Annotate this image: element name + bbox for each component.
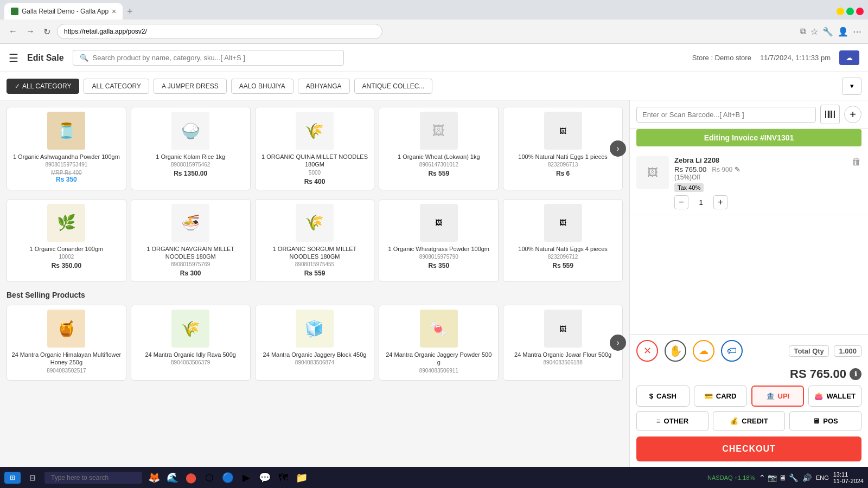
product-card[interactable]: 🖼 1 Organic Wheat (Lokwan) 1kg 890614730…	[379, 107, 499, 190]
upi-btn[interactable]: 🏦 UPI	[751, 386, 805, 407]
products-grid-row2: 🌿 1 Organic Coriander 100gm 10002 Rs 350…	[7, 199, 623, 282]
new-tab-btn[interactable]: +	[123, 4, 137, 20]
barcode-scan-icon[interactable]	[820, 105, 840, 124]
product-card[interactable]: 🌾 24 Mantra Organic Idly Rava 500g 89040…	[131, 305, 251, 381]
wallet-btn[interactable]: 👛 WALLET	[808, 386, 861, 407]
product-price: Rs 1350.00	[136, 170, 246, 177]
cat-all-checked[interactable]: ✓ ALL CATEGORY	[7, 79, 79, 94]
tab-title: Galla Retail Demo - Galla App	[22, 8, 108, 15]
cloud-action-btn[interactable]: ☁	[693, 340, 714, 362]
best-selling-scroll-btn[interactable]: ›	[610, 335, 626, 351]
barcode-input[interactable]	[636, 107, 816, 123]
wallet-icon: 👛	[814, 392, 823, 400]
product-name: 1 Organic Coriander 100gm	[11, 245, 122, 253]
search-input[interactable]	[93, 54, 337, 62]
cat-antique[interactable]: ANTIQUE COLLEC...	[354, 79, 433, 94]
product-card[interactable]: 🍜 1 ORGANIC NAVGRAIN MILLET NOODLES 180G…	[131, 199, 251, 282]
edit-price-icon[interactable]: ✎	[735, 165, 741, 174]
product-sku: 8904083502517	[11, 368, 122, 374]
chrome-btn[interactable]: ⬡	[202, 470, 217, 485]
add-item-btn[interactable]: +	[844, 106, 861, 123]
facebook-btn[interactable]: 🔵	[220, 470, 235, 485]
minimize-btn[interactable]	[837, 8, 844, 15]
product-card[interactable]: 🖼 100% Natural Natti Eggs 4 pieces 82320…	[503, 199, 623, 282]
back-btn[interactable]: ←	[7, 24, 20, 38]
product-card[interactable]: 🫙 1 Organic Ashwagandha Powder 100gm 890…	[7, 107, 126, 190]
placeholder-icon: 🖼	[559, 127, 566, 135]
products-section: 🫙 1 Organic Ashwagandha Powder 100gm 890…	[0, 100, 629, 467]
other-btn[interactable]: ≡ OTHER	[636, 411, 709, 431]
menu-icon[interactable]: ☰	[9, 52, 18, 65]
datetime-display: 11/7/2024, 1:11:33 pm	[760, 54, 831, 62]
split-screen-btn[interactable]: ⧉	[800, 27, 806, 36]
address-bar[interactable]	[57, 24, 382, 39]
system-tray-icons: ⌃ 📷 🖥 🔧	[759, 473, 798, 482]
cancel-action-btn[interactable]: ✕	[636, 340, 658, 362]
product-card[interactable]: 🖼 100% Natural Natti Eggs 1 pieces 82320…	[503, 107, 623, 190]
payment-buttons-row1: $ CASH 💳 CARD 🏦 UPI 👛 WALLET	[636, 386, 861, 407]
scroll-right-btn[interactable]: ›	[610, 140, 626, 157]
tag-action-btn[interactable]: 🏷	[721, 340, 743, 362]
edge-btn[interactable]: 🌊	[165, 470, 180, 485]
product-card[interactable]: 🧊 24 Mantra Organic Jaggery Block 450g 8…	[255, 305, 375, 381]
product-card[interactable]: 🖼 1 Organic Wheatgrass Powder 100gm 8908…	[379, 199, 499, 282]
close-btn[interactable]	[856, 8, 864, 15]
tab-close-btn[interactable]: ×	[112, 7, 116, 16]
circle-btn[interactable]: ⬤	[183, 470, 199, 485]
cart-spacer	[630, 215, 868, 334]
youtube-btn[interactable]: ▶	[239, 470, 254, 485]
task-view-btn[interactable]: ⊟	[25, 470, 40, 485]
product-card[interactable]: 🍚 1 Organic Kolam Rice 1kg 8908015975462…	[131, 107, 251, 190]
cash-btn[interactable]: $ CASH	[636, 386, 690, 407]
browser-toolbar: ← → ↻ ⧉ ☆ 🔧 👤 ⋯	[0, 20, 868, 43]
product-card[interactable]: 🍯 24 Mantra Organic Himalayan Multiflowe…	[7, 305, 126, 381]
product-name: 100% Natural Natti Eggs 4 pieces	[508, 245, 618, 253]
product-name: 1 Organic Wheatgrass Powder 100gm	[384, 245, 494, 253]
product-sku: 8904083506911	[384, 368, 494, 374]
hold-action-btn[interactable]: ✋	[665, 340, 686, 362]
cat-all-btn[interactable]: ALL CATEGORY	[84, 79, 149, 94]
skype-btn[interactable]: 💬	[257, 470, 272, 485]
credit-btn[interactable]: 💰 CREDIT	[713, 411, 785, 431]
search-bar: 🔍	[73, 50, 344, 66]
start-btn[interactable]: ⊞	[4, 472, 21, 484]
product-card[interactable]: 🌾 1 ORGANIC QUINA MILLET NOODLES 180GM 5…	[255, 107, 375, 190]
extensions-btn[interactable]: 🔧	[822, 27, 833, 37]
card-btn[interactable]: 💳 CARD	[694, 386, 747, 407]
profile-btn[interactable]: 👤	[838, 27, 848, 37]
category-bar: ✓ ALL CATEGORY ALL CATEGORY A JUMPER DRE…	[0, 72, 868, 100]
volume-icon[interactable]: 🔊	[802, 473, 812, 482]
qty-decrease-btn[interactable]: −	[674, 195, 688, 209]
forward-btn[interactable]: →	[24, 24, 37, 38]
favorites-btn[interactable]: ☆	[810, 27, 818, 37]
qty-increase-btn[interactable]: +	[713, 195, 727, 209]
svg-rect-3	[829, 111, 830, 118]
upload-btn[interactable]: ☁	[839, 50, 859, 65]
files-btn[interactable]: 📁	[294, 470, 309, 485]
product-card[interactable]: 🌿 1 Organic Coriander 100gm 10002 Rs 350…	[7, 199, 126, 282]
product-card[interactable]: 🍬 24 Mantra Organic Jaggery Powder 500 g…	[379, 305, 499, 381]
reload-btn[interactable]: ↻	[41, 24, 53, 39]
maps-btn[interactable]: 🗺	[276, 470, 291, 485]
product-price: Rs 300	[136, 269, 246, 277]
browser-chrome: Galla Retail Demo - Galla App × + ← → ↻ …	[0, 0, 868, 44]
more-btn[interactable]: ⋯	[853, 27, 861, 37]
stock-ticker: NASDAQ +1.18%	[707, 474, 755, 481]
cat-abhyanga[interactable]: ABHYANGA	[298, 79, 350, 94]
cat-bhujiya[interactable]: AALO BHUJIYA	[231, 79, 293, 94]
cart-item-delete-btn[interactable]: 🗑	[852, 156, 861, 168]
cat-jumper[interactable]: A JUMPER DRESS	[154, 79, 227, 94]
firefox-btn[interactable]: 🦊	[146, 470, 162, 485]
checkout-btn[interactable]: CHECKOUT	[636, 436, 861, 461]
total-info-icon[interactable]: ℹ	[850, 368, 861, 380]
cart-item-qty-control: − 1 +	[674, 195, 861, 209]
category-dropdown-btn[interactable]: ▾	[842, 78, 861, 95]
product-card[interactable]: 🌾 1 ORGANIC SORGUM MILLET NOODLES 180GM …	[255, 199, 375, 282]
active-tab[interactable]: Galla Retail Demo - Galla App ×	[4, 3, 123, 20]
placeholder-icon: 🖼	[647, 166, 658, 179]
product-card[interactable]: 🖼 24 Mantra Organic Jowar Flour 500g 890…	[503, 305, 623, 381]
maximize-btn[interactable]	[846, 8, 854, 15]
pos-btn[interactable]: 🖥 POS	[789, 411, 861, 431]
upi-icon: 🏦	[766, 392, 775, 400]
taskbar-search-input[interactable]	[44, 472, 142, 484]
